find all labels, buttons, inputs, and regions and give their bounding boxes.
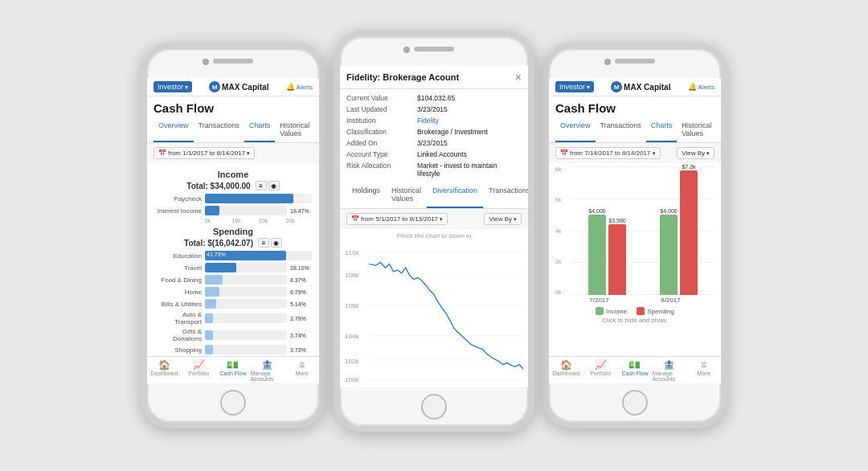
tab-overview[interactable]: Overview (154, 118, 194, 142)
nav-more[interactable]: ≡ More (285, 360, 319, 382)
account-type-val: Linked Accounts (417, 150, 467, 158)
nav-cashflow[interactable]: 💵 Cash Flow (216, 360, 251, 382)
income-total: Total: $34,000.00 (186, 182, 250, 190)
view-by-button[interactable]: View By (484, 213, 522, 225)
bar-label-bills: Bills & Utilities (154, 301, 202, 308)
tab-charts[interactable]: Charts (244, 118, 276, 142)
right-date-filter: from 7/14/2017 to 8/14/2017 View By (549, 143, 721, 163)
legend-income[interactable]: Income (596, 307, 627, 315)
right-portfolio-label: Portfolio (590, 371, 611, 376)
july-income-bar[interactable] (588, 215, 606, 295)
bar-row-food: Food & Dining 8.37% (154, 275, 313, 285)
speaker (213, 59, 253, 63)
tab-settings-icon[interactable]: ⚙ (314, 118, 319, 142)
right-investor-badge[interactable]: Investor (555, 81, 594, 92)
accounts-icon: 🏦 (261, 360, 273, 370)
spending-total: Total: $(16,042.07) (184, 239, 253, 248)
camera (203, 59, 209, 65)
more-label: More (296, 371, 309, 376)
aug-spending-bar[interactable] (680, 170, 698, 295)
right-nav-more[interactable]: ≡ More (686, 360, 721, 382)
right-nav-dashboard[interactable]: 🏠 Dashboard (549, 360, 583, 382)
modal-tab-historical[interactable]: Historical Values (386, 182, 427, 208)
july-income-label: $4,000 (588, 208, 606, 214)
bar-row-paycheck: Paycheck $31.5k (154, 194, 313, 203)
added-on-key: Added On (346, 139, 411, 147)
right-tabs-bar: Overview Transactions Charts Historical … (549, 118, 721, 143)
right-tab-historical[interactable]: Historical Values (677, 118, 716, 142)
chart-area: Pinch the chart to zoom in 110k 108k 106… (340, 229, 528, 387)
right-tab-transactions[interactable]: Transactions (596, 118, 646, 142)
svg-text:110k: 110k (345, 249, 359, 256)
spending-table-icon[interactable]: ≡ (258, 238, 269, 248)
cashflow-icon: 💵 (227, 360, 239, 370)
right-tab-overview[interactable]: Overview (555, 118, 596, 142)
income-total-row: Total: $34,000.00 ≡ ◉ (154, 181, 313, 190)
date-range-button[interactable]: from 1/1/2017 to 8/14/2017 (154, 147, 255, 159)
bar-value-gifts: 3.74% (290, 333, 313, 338)
bar-container-paycheck: $31.5k (205, 194, 313, 203)
july-spending-bar[interactable] (608, 224, 626, 295)
click-hint: Click to hide and show. (555, 317, 714, 324)
svg-text:106k: 106k (345, 303, 359, 310)
bar-container-education: 41.73% (205, 251, 313, 260)
tab-historical[interactable]: Historical Values (275, 118, 314, 142)
right-accounts-icon: 🏦 (663, 360, 675, 370)
aug-income-bar[interactable] (660, 215, 678, 295)
last-updated-key: Last Updated (346, 105, 411, 113)
middle-home-button[interactable] (421, 394, 447, 420)
legend-spending[interactable]: Spending (637, 307, 674, 315)
right-accounts-label: Manage Accounts (652, 371, 686, 382)
modal-title: Fidelity: Brokerage Acount (346, 72, 459, 82)
bar-label-interest: Interest Income (154, 207, 202, 215)
alerts-button[interactable]: Alerts (286, 83, 313, 91)
modal-tab-holdings[interactable]: Holdings (346, 182, 386, 208)
right-nav-portfolio[interactable]: 📈 Portfolio (583, 360, 618, 382)
nav-accounts[interactable]: 🏦 Manage Accounts (250, 360, 285, 382)
institution-val[interactable]: Fidelity (417, 117, 439, 125)
nav-portfolio[interactable]: 📈 Portfolio (182, 360, 216, 382)
modal-tab-diversification[interactable]: Diversification (427, 182, 483, 208)
right-view-by-button[interactable]: View By (677, 147, 714, 159)
right-date-button[interactable]: from 7/14/2017 to 8/14/2017 (555, 147, 661, 159)
july-spending-wrapper: $3,980 (608, 218, 626, 295)
right-tab-charts[interactable]: Charts (646, 118, 678, 142)
bar-container-travel (205, 263, 287, 272)
close-button[interactable]: × (515, 71, 522, 84)
pinch-hint: Pinch the chart to zoom in (345, 232, 523, 240)
right-alerts-button[interactable]: Alerts (688, 83, 714, 91)
spending-chart-icon[interactable]: ◉ (271, 238, 282, 248)
portfolio-label: Portfolio (188, 371, 209, 376)
table-icon[interactable]: ≡ (256, 181, 267, 190)
right-tab-settings-icon[interactable]: ⚙ (716, 118, 721, 142)
bar-row-education: Education 41.73% (154, 251, 313, 260)
investor-badge[interactable]: Investor (154, 81, 192, 92)
bar-container-home (205, 287, 287, 297)
middle-date-filter: from 5/1/2017 to 8/13/2017 View By (340, 209, 528, 229)
right-phone-screen: Investor M MAX Capital Alerts Cash Flow … (549, 78, 721, 383)
right-nav-cashflow[interactable]: 💵 Cash Flow (618, 360, 653, 382)
right-app-header: Investor M MAX Capital Alerts (549, 78, 721, 96)
bar-label-shopping: Shopping (154, 346, 202, 354)
right-cashflow-icon: 💵 (628, 360, 641, 370)
right-page-title: Cash Flow (549, 96, 721, 118)
home-button[interactable] (220, 390, 246, 416)
chart-icon[interactable]: ◉ (268, 181, 280, 190)
tab-transactions[interactable]: Transactions (194, 118, 244, 142)
tabs-bar: Overview Transactions Charts Historical … (147, 118, 319, 143)
aug-spending-wrapper: $7.2k (680, 164, 698, 295)
spending-header: Spending (154, 227, 313, 236)
right-nav-accounts[interactable]: 🏦 Manage Accounts (652, 360, 686, 382)
nav-dashboard[interactable]: 🏠 Dashboard (147, 360, 182, 382)
middle-date-button[interactable]: from 5/1/2017 to 8/13/2017 (346, 213, 448, 225)
risk-key: Risk Allocation (346, 162, 411, 178)
income-bars: Paycheck $31.5k Interest Income 18.4 (154, 194, 313, 215)
modal-tab-transactions[interactable]: Transactions (483, 182, 528, 208)
left-phone-screen: Investor M MAX Capital Alerts Cash Flow … (147, 78, 319, 383)
bar-row-interest: Interest Income 18.47% (154, 206, 313, 215)
bar-container-interest (205, 206, 287, 215)
right-phone: Investor M MAX Capital Alerts Cash Flow … (542, 43, 727, 428)
left-phone: Investor M MAX Capital Alerts Cash Flow … (141, 43, 326, 428)
right-home-button[interactable] (622, 390, 648, 416)
y-label-8k: 8k (555, 166, 561, 172)
